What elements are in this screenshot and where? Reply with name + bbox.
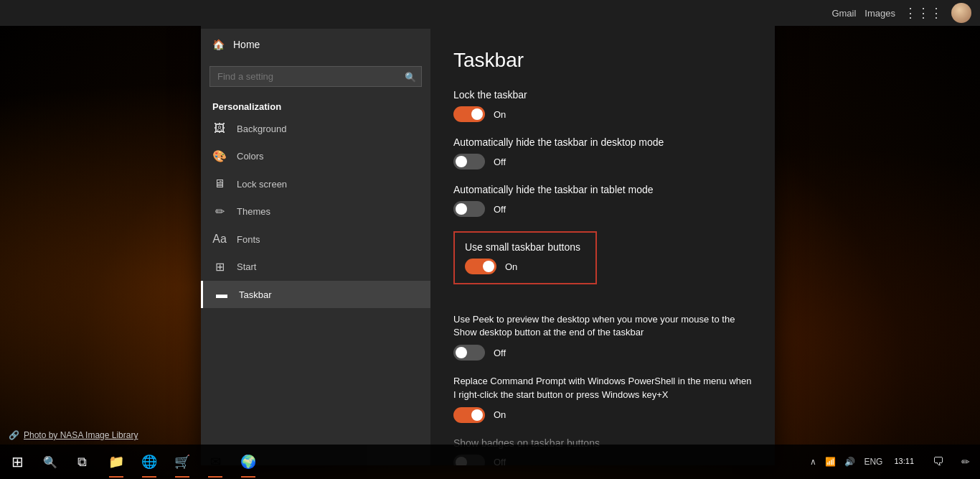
setting-lock-taskbar: Lock the taskbar On <box>453 89 752 122</box>
auto-hide-tablet-state: Off <box>494 204 506 215</box>
auto-hide-tablet-toggle-row: Off <box>453 201 752 217</box>
search-icon: 🔍 <box>405 71 416 82</box>
home-label: Home <box>233 39 260 50</box>
sidebar-item-colors[interactable]: 🎨 Colors <box>201 142 430 170</box>
sidebar-item-colors-label: Colors <box>237 151 264 162</box>
taskbar-icon: ▬ <box>215 288 229 301</box>
setting-auto-hide-tablet: Automatically hide the taskbar in tablet… <box>453 184 752 217</box>
taskbar-app-store[interactable]: 🛒 <box>166 445 198 479</box>
setting-peek: Use Peek to preview the desktop when you… <box>453 313 752 361</box>
auto-hide-desktop-toggle-row: Off <box>453 154 752 169</box>
sidebar-item-fonts-label: Fonts <box>237 234 260 245</box>
fonts-icon: Aa <box>212 233 227 246</box>
peek-label: Use Peek to preview the desktop when you… <box>453 313 752 339</box>
small-buttons-highlight: Use small taskbar buttons On <box>453 231 597 284</box>
task-view-icon[interactable]: ⧉ <box>66 445 98 479</box>
sidebar-item-taskbar-label: Taskbar <box>239 289 272 300</box>
taskbar-volume-icon[interactable]: 🔊 <box>842 457 858 467</box>
setting-powershell: Replace Command Prompt with Windows Powe… <box>453 375 752 422</box>
sidebar-item-lock-screen-label: Lock screen <box>237 179 287 190</box>
lock-taskbar-toggle[interactable] <box>453 106 485 122</box>
lock-taskbar-state: On <box>494 109 506 120</box>
powershell-state: On <box>494 409 506 420</box>
taskbar-app-ie[interactable]: 🌍 <box>232 445 264 479</box>
auto-hide-tablet-toggle[interactable] <box>453 201 485 217</box>
sidebar-item-fonts[interactable]: Aa Fonts <box>201 225 430 253</box>
auto-hide-desktop-state: Off <box>494 157 506 167</box>
start-icon: ⊞ <box>212 260 227 274</box>
link-icon: 🔗 <box>9 430 19 440</box>
auto-hide-desktop-label: Automatically hide the taskbar in deskto… <box>453 136 752 148</box>
taskbar-apps: 📁 🌐 🛒 ✉ 🌍 <box>100 445 264 479</box>
sidebar-item-background[interactable]: 🖼 Background <box>201 115 430 142</box>
peek-state: Off <box>494 348 506 358</box>
taskbar-time[interactable]: 13:11 <box>888 456 920 467</box>
taskbar-chevron-icon[interactable]: ∧ <box>807 457 819 467</box>
auto-hide-desktop-toggle[interactable] <box>453 154 485 169</box>
sidebar-item-background-label: Background <box>237 124 286 134</box>
lock-screen-icon: 🖥 <box>212 177 227 190</box>
small-buttons-label: Use small taskbar buttons <box>465 241 585 253</box>
settings-window: Settings — □ ✕ 🏠 Home 🔍 Personalization … <box>201 6 775 465</box>
peek-toggle[interactable] <box>453 345 485 361</box>
taskbar-notification-icon[interactable]: 🗨 <box>923 445 954 479</box>
user-avatar[interactable] <box>951 3 971 23</box>
taskbar-app-browser[interactable]: 🌐 <box>133 445 165 479</box>
lock-taskbar-label: Lock the taskbar <box>453 89 752 101</box>
browser-bar: Gmail Images ⋮⋮⋮ <box>0 0 980 26</box>
peek-toggle-row: Off <box>453 345 752 361</box>
images-link[interactable]: Images <box>864 8 895 19</box>
sidebar: 🏠 Home 🔍 Personalization 🖼 Background 🎨 … <box>201 29 430 465</box>
page-title: Taskbar <box>453 49 752 72</box>
sidebar-search-container: 🔍 <box>209 66 422 87</box>
sidebar-home[interactable]: 🏠 Home <box>201 29 430 60</box>
gmail-link[interactable]: Gmail <box>831 8 856 19</box>
taskbar-time-display: 13:11 <box>894 456 914 467</box>
auto-hide-tablet-label: Automatically hide the taskbar in tablet… <box>453 184 752 195</box>
powershell-toggle-row: On <box>453 407 752 423</box>
setting-small-buttons: Use small taskbar buttons On <box>453 231 752 299</box>
small-buttons-state: On <box>505 261 517 272</box>
taskbar-app-mail[interactable]: ✉ <box>199 445 231 479</box>
sidebar-item-themes-label: Themes <box>237 206 270 217</box>
powershell-label: Replace Command Prompt with Windows Powe… <box>453 375 752 401</box>
sidebar-item-start-label: Start <box>237 261 256 272</box>
sidebar-item-taskbar[interactable]: ▬ Taskbar <box>201 281 430 308</box>
sidebar-item-start[interactable]: ⊞ Start <box>201 253 430 281</box>
sidebar-item-lock-screen[interactable]: 🖥 Lock screen <box>201 170 430 197</box>
start-button[interactable]: ⊞ <box>0 445 34 479</box>
taskbar-edit-icon[interactable]: ✏ <box>957 456 974 468</box>
photo-credit-link[interactable]: Photo by NASA Image Library <box>24 430 138 440</box>
settings-body: 🏠 Home 🔍 Personalization 🖼 Background 🎨 … <box>201 29 775 465</box>
taskbar: ⊞ 🔍 ⧉ 📁 🌐 🛒 ✉ 🌍 ∧ 📶 🔊 ENG 13:11 🗨 ✏ <box>0 445 980 479</box>
search-input[interactable] <box>209 66 422 87</box>
small-buttons-toggle[interactable] <box>465 259 496 274</box>
lock-taskbar-toggle-row: On <box>453 106 752 122</box>
themes-icon: ✏ <box>212 205 227 218</box>
sidebar-item-themes[interactable]: ✏ Themes <box>201 197 430 225</box>
small-buttons-toggle-row: On <box>465 259 585 274</box>
taskbar-system: ∧ 📶 🔊 ENG 13:11 🗨 ✏ <box>807 445 980 479</box>
taskbar-search-icon[interactable]: 🔍 <box>34 445 66 479</box>
taskbar-lang[interactable]: ENG <box>861 457 885 467</box>
home-icon: 🏠 <box>212 39 225 50</box>
photo-credit: 🔗 Photo by NASA Image Library <box>9 430 138 440</box>
taskbar-app-explorer[interactable]: 📁 <box>100 445 132 479</box>
content-area: Taskbar Lock the taskbar On Automaticall… <box>430 29 775 465</box>
colors-icon: 🎨 <box>212 149 227 163</box>
powershell-toggle[interactable] <box>453 407 485 423</box>
sidebar-section-title: Personalization <box>201 96 430 115</box>
setting-auto-hide-desktop: Automatically hide the taskbar in deskto… <box>453 136 752 169</box>
taskbar-wifi-icon[interactable]: 📶 <box>822 457 839 467</box>
background-icon: 🖼 <box>212 122 227 135</box>
apps-icon[interactable]: ⋮⋮⋮ <box>904 5 943 21</box>
